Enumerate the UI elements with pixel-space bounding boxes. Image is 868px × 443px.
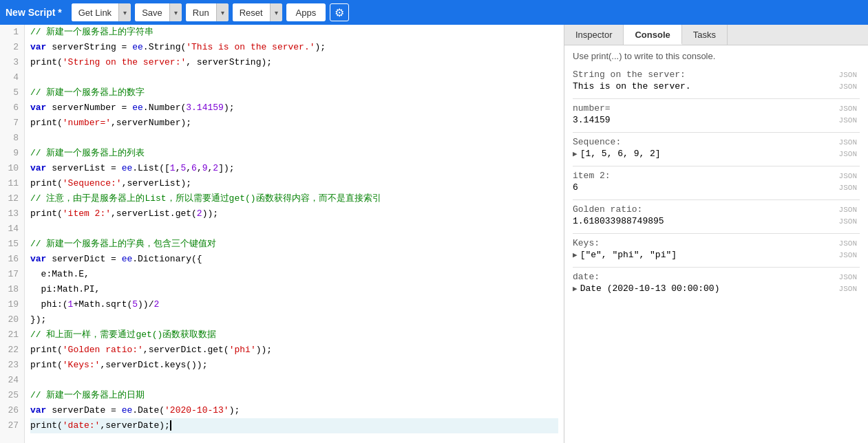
console-row-label-4: item 2: JSON xyxy=(573,171,860,181)
console-label-2: number= xyxy=(573,103,611,114)
get-link-group: Get Link ▾ xyxy=(72,3,131,21)
reset-button[interactable]: Reset xyxy=(233,3,270,21)
console-block-6: Keys: JSON ▶ ["e", "phi", "pi"] JSON xyxy=(573,238,860,260)
code-editor[interactable]: 12345 678910 1112131415 1617181920 21222… xyxy=(0,25,564,443)
code-line-17: e:Math.E, xyxy=(30,267,558,282)
get-link-button[interactable]: Get Link xyxy=(72,3,118,21)
save-dropdown[interactable]: ▾ xyxy=(169,3,182,21)
save-group: Save ▾ xyxy=(135,3,182,21)
apps-button[interactable]: Apps xyxy=(286,3,326,21)
console-json-tag-2b: JSON xyxy=(839,116,857,125)
run-group: Run ▾ xyxy=(186,3,229,21)
expand-arrow-7[interactable]: ▶ xyxy=(573,284,578,293)
console-row-value-7: ▶ Date (2020-10-13 00:00:00) JSON xyxy=(573,283,860,294)
console-row-value-4: 6 JSON xyxy=(573,182,860,193)
settings-button[interactable]: ⚙ xyxy=(330,3,349,21)
console-row-label-6: Keys: JSON xyxy=(573,238,860,248)
console-label-1: String on the server: xyxy=(573,69,686,80)
console-expand-3[interactable]: ▶ [1, 5, 6, 9, 2] xyxy=(573,149,661,159)
console-value-2: 3.14159 xyxy=(573,115,611,125)
code-line-9: // 新建一个服务器上的列表 xyxy=(30,146,558,161)
console-json-tag-4a: JSON xyxy=(839,172,857,180)
console-json-tag-6b: JSON xyxy=(839,251,857,259)
run-button[interactable]: Run xyxy=(186,3,216,21)
code-line-20: }); xyxy=(30,312,558,327)
main-content: 12345 678910 1112131415 1617181920 21222… xyxy=(0,25,868,443)
console-value-4: 6 xyxy=(573,182,578,193)
console-json-tag-7b: JSON xyxy=(839,285,857,293)
console-value-7: Date (2020-10-13 00:00:00) xyxy=(580,283,720,294)
console-block-7: date: JSON ▶ Date (2020-10-13 00:00:00) … xyxy=(573,272,860,294)
code-line-8 xyxy=(30,131,558,146)
code-line-3: print('String on the server:', serverStr… xyxy=(30,55,558,70)
console-row-value-2: 3.14159 JSON xyxy=(573,115,860,125)
get-link-dropdown[interactable]: ▾ xyxy=(118,3,131,21)
console-label-7: date: xyxy=(573,272,600,282)
inspector-tab-bar: Inspector Console Tasks xyxy=(564,25,868,45)
code-line-27: print('date:',serverDate); xyxy=(30,418,558,433)
console-json-tag-7a: JSON xyxy=(839,273,857,281)
code-line-11: print('Sequence:',serverList); xyxy=(30,176,558,191)
run-dropdown[interactable]: ▾ xyxy=(216,3,229,21)
console-value-3: [1, 5, 6, 9, 2] xyxy=(580,149,661,159)
inspector-panel: Inspector Console Tasks Use print(...) t… xyxy=(564,25,868,443)
console-json-tag-3b: JSON xyxy=(839,150,857,158)
code-line-22: print('Golden ratio:',serverDict.get('ph… xyxy=(30,343,558,358)
code-line-13: print('item 2:',serverList.get(2)); xyxy=(30,206,558,222)
tab-inspector[interactable]: Inspector xyxy=(564,25,624,45)
code-line-21: // 和上面一样，需要通过get()函数获取数据 xyxy=(30,327,558,343)
tab-tasks[interactable]: Tasks xyxy=(682,25,728,45)
code-line-23: print('Keys:',serverDict.keys()); xyxy=(30,358,558,373)
console-value-1: This is on the server. xyxy=(573,81,691,91)
code-line-25: // 新建一个服务器上的日期 xyxy=(30,388,558,403)
console-label-6: Keys: xyxy=(573,238,600,248)
save-button[interactable]: Save xyxy=(135,3,169,21)
console-expand-7[interactable]: ▶ Date (2020-10-13 00:00:00) xyxy=(573,283,719,294)
console-row-label-2: number= JSON xyxy=(573,103,860,114)
console-value-6: ["e", "phi", "pi"] xyxy=(580,250,677,260)
console-json-tag-4b: JSON xyxy=(839,184,857,192)
code-line-7: print('number=',serverNumber); xyxy=(30,116,558,131)
console-row-label-3: Sequence: JSON xyxy=(573,137,860,147)
console-expand-6[interactable]: ▶ ["e", "phi", "pi"] xyxy=(573,250,677,260)
console-json-tag-5b: JSON xyxy=(839,217,857,226)
code-line-26: var serverDate = ee.Date('2020-10-13'); xyxy=(30,403,558,418)
console-block-4: item 2: JSON 6 JSON xyxy=(573,171,860,193)
code-line-1: // 新建一个服务器上的字符串 xyxy=(30,25,558,40)
code-line-16: var serverDict = ee.Dictionary({ xyxy=(30,252,558,267)
console-hint: Use print(...) to write to this console. xyxy=(573,51,860,61)
code-line-18: pi:Math.PI, xyxy=(30,282,558,297)
console-block-1: String on the server: JSON This is on th… xyxy=(573,69,860,91)
code-lines[interactable]: // 新建一个服务器上的字符串 var serverString = ee.St… xyxy=(25,25,564,443)
code-area: 12345 678910 1112131415 1617181920 21222… xyxy=(0,25,564,443)
code-line-15: // 新建一个服务器上的字典，包含三个键值对 xyxy=(30,237,558,252)
expand-arrow-3[interactable]: ▶ xyxy=(573,149,578,158)
console-row-label-1: String on the server: JSON xyxy=(573,69,860,80)
expand-arrow-6[interactable]: ▶ xyxy=(573,250,578,259)
page-title: New Script * xyxy=(6,7,62,18)
console-json-tag-1a: JSON xyxy=(839,71,857,79)
console-label-3: Sequence: xyxy=(573,137,621,147)
console-row-value-1: This is on the server. JSON xyxy=(573,81,860,91)
console-block-5: Golden ratio: JSON 1.618033988749895 JSO… xyxy=(573,204,860,226)
console-row-value-6: ▶ ["e", "phi", "pi"] JSON xyxy=(573,250,860,260)
console-row-label-7: date: JSON xyxy=(573,272,860,282)
console-row-value-3: ▶ [1, 5, 6, 9, 2] JSON xyxy=(573,149,860,159)
reset-dropdown[interactable]: ▾ xyxy=(270,3,282,21)
code-line-14 xyxy=(30,222,558,237)
code-line-12: // 注意，由于是服务器上的List，所以需要通过get()函数获得内容，而不是… xyxy=(30,191,558,206)
code-line-4 xyxy=(30,70,558,85)
console-output: Use print(...) to write to this console.… xyxy=(564,45,868,443)
code-line-5: // 新建一个服务器上的数字 xyxy=(30,85,558,100)
console-json-tag-3a: JSON xyxy=(839,138,857,147)
console-block-3: Sequence: JSON ▶ [1, 5, 6, 9, 2] JSON xyxy=(573,137,860,159)
console-value-5: 1.618033988749895 xyxy=(573,216,664,226)
tab-console[interactable]: Console xyxy=(624,25,681,45)
reset-group: Reset ▾ xyxy=(233,3,282,21)
console-json-tag-5a: JSON xyxy=(839,206,857,214)
code-line-19: phi:(1+Math.sqrt(5))/2 xyxy=(30,297,558,312)
console-label-4: item 2: xyxy=(573,171,611,181)
console-label-5: Golden ratio: xyxy=(573,204,642,215)
console-row-label-5: Golden ratio: JSON xyxy=(573,204,860,215)
toolbar: New Script * Get Link ▾ Save ▾ Run ▾ Res… xyxy=(0,0,868,25)
